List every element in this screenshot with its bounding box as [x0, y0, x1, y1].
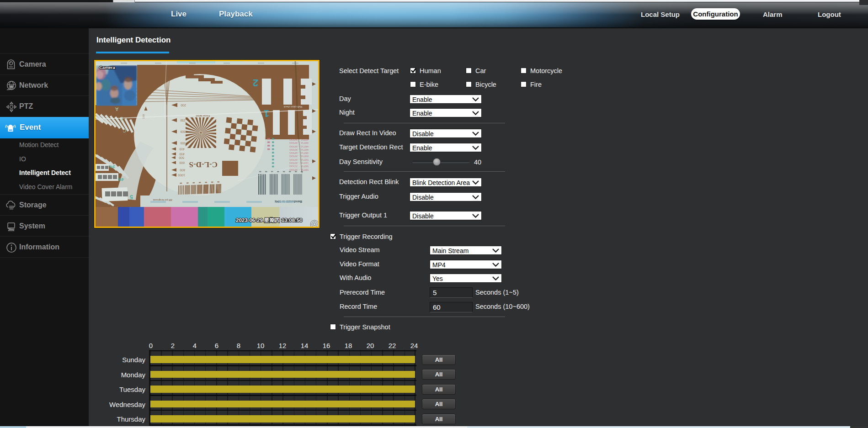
svg-text:2023-06-29 星期四 13:08:50: 2023-06-29 星期四 13:08:50: [236, 217, 303, 223]
svg-text:Camera: Camera: [99, 65, 116, 70]
